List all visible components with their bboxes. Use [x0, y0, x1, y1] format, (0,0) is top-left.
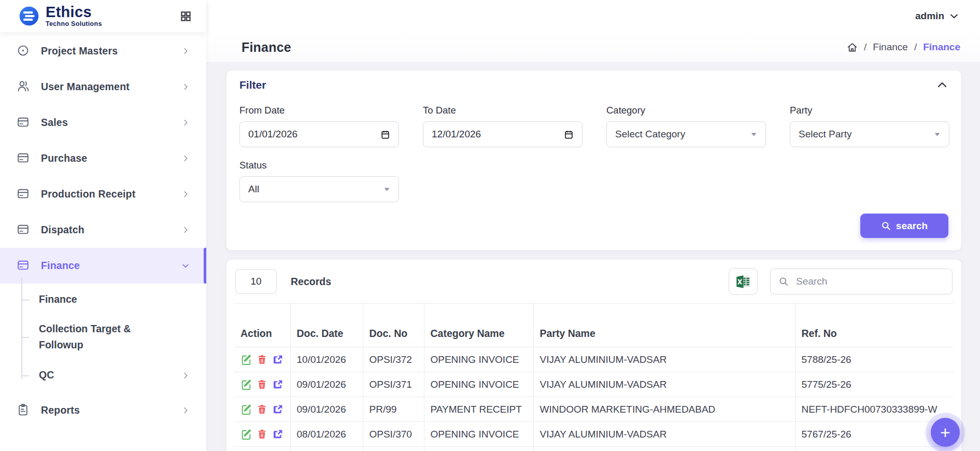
sidebar-subitem-label: Finance: [39, 291, 77, 307]
sidebar-subitem-collection-target-followup[interactable]: Collection Target & Followup: [0, 316, 206, 358]
category-label: Category: [606, 105, 766, 116]
sidebar-item-purchase[interactable]: Purchase: [0, 140, 206, 176]
category-select[interactable]: Select Category: [606, 121, 766, 147]
calendar-icon[interactable]: [380, 130, 390, 139]
sidebar-subitem-label: QC: [39, 367, 54, 383]
add-record-fab[interactable]: +: [931, 418, 960, 447]
chevron-right-icon: [181, 225, 191, 235]
user-menu-chevron-down-icon[interactable]: [949, 11, 959, 21]
page-size-input[interactable]: [235, 269, 277, 294]
home-icon[interactable]: [847, 42, 858, 53]
row-actions: [240, 354, 284, 365]
delete-icon[interactable]: [257, 404, 267, 415]
sidebar-item-user-management[interactable]: User Management: [0, 69, 206, 105]
cell-category: PAYMENT RECEIPT: [424, 397, 533, 422]
records-table: ActionDoc. DateDoc. NoCategory NameParty…: [234, 303, 954, 451]
share-icon[interactable]: [272, 379, 283, 390]
edit-icon[interactable]: [240, 354, 252, 365]
page-content: Filter From Date 01/01/2026: [206, 62, 980, 451]
table-search-box: [770, 269, 953, 294]
filter-title: Filter: [239, 79, 266, 91]
share-icon[interactable]: [272, 404, 283, 415]
sidebar-item-finance[interactable]: Finance: [0, 248, 206, 284]
delete-icon[interactable]: [257, 354, 267, 365]
table-row: [234, 447, 954, 451]
edit-icon[interactable]: [240, 429, 252, 440]
search-button-label: search: [896, 220, 928, 232]
card-icon: [17, 151, 31, 165]
cell-doc_no: OPSI/370: [363, 422, 424, 447]
breadcrumb-item-finance[interactable]: Finance: [873, 41, 908, 53]
party-field: Party Select Party: [790, 105, 949, 147]
sidebar-item-project-masters[interactable]: Project Masters: [0, 33, 206, 69]
category-field: Category Select Category: [606, 105, 766, 147]
row-actions: [240, 429, 284, 440]
menu-grid-icon[interactable]: [180, 10, 192, 22]
cell-category: OPENING INVOICE: [424, 347, 533, 372]
sidebar-item-production-receipt[interactable]: Production Receipt: [0, 176, 206, 212]
column-header: Category Name: [424, 304, 533, 347]
edit-icon[interactable]: [240, 379, 252, 390]
party-select[interactable]: Select Party: [790, 121, 949, 147]
records-toolbar: Records: [234, 268, 954, 295]
share-icon[interactable]: [272, 429, 283, 440]
caret-down-icon: [384, 187, 390, 192]
cell-party: VIJAY ALUMINIUM-VADSAR: [533, 422, 795, 447]
to-date-input[interactable]: 12/01/2026: [423, 121, 583, 147]
clipboard-icon: [17, 403, 31, 417]
records-panel: Records: [226, 260, 961, 451]
chevron-right-icon: [181, 189, 191, 199]
cell-doc_no: OPSI/372: [363, 347, 424, 372]
share-icon[interactable]: [272, 354, 283, 365]
card-icon: [17, 187, 31, 201]
cell-doc_date: [290, 447, 363, 451]
cell-ref_no: NEFT-HDFCH00730333899-W: [795, 397, 954, 422]
to-date-field: To Date 12/01/2026: [423, 105, 583, 147]
sidebar-item-sales[interactable]: Sales: [0, 105, 206, 140]
sidebar-subitem-qc[interactable]: QC: [0, 358, 206, 392]
card-icon: [17, 259, 31, 273]
sidebar-subitem-label: Collection Target & Followup: [39, 321, 174, 353]
sidebar-item-dispatch[interactable]: Dispatch: [0, 212, 206, 248]
chevron-right-icon: [181, 82, 191, 92]
sidebar-submenu-finance: FinanceCollection Target & FollowupQC: [0, 284, 206, 392]
status-field: Status All: [239, 160, 399, 202]
sidebar-item-label: Sales: [41, 117, 68, 129]
cell-ref_no: [795, 447, 954, 451]
card-icon: [17, 116, 31, 130]
search-icon: [881, 221, 891, 231]
cell-doc_no: [363, 447, 424, 451]
status-select[interactable]: All: [239, 176, 399, 202]
brand-wordmark: Ethics Techno Solutions: [46, 5, 102, 27]
plus-icon: +: [940, 424, 950, 441]
status-label: Status: [239, 160, 399, 171]
export-excel-button[interactable]: [729, 268, 758, 295]
caret-down-icon: [750, 132, 757, 137]
breadcrumb: / Finance / Finance: [847, 41, 960, 53]
user-menu-label[interactable]: admin: [915, 10, 944, 22]
collapse-chevron-up-icon[interactable]: [936, 79, 948, 91]
row-actions: [240, 404, 284, 415]
party-label: Party: [790, 105, 949, 116]
cell-ref_no: 5775/25-26: [795, 372, 954, 397]
category-value: Select Category: [615, 129, 685, 140]
sidebar-item-reports[interactable]: Reports: [0, 392, 206, 428]
caret-down-icon: [934, 132, 941, 137]
delete-icon[interactable]: [257, 379, 267, 390]
excel-icon: [735, 274, 751, 290]
row-actions: [240, 379, 284, 390]
calendar-icon[interactable]: [564, 130, 574, 139]
edit-icon[interactable]: [240, 404, 252, 415]
delete-icon[interactable]: [257, 429, 267, 440]
cell-doc_no: PR/99: [363, 397, 424, 422]
table-header-row: ActionDoc. DateDoc. NoCategory NameParty…: [234, 304, 954, 347]
sidebar-subitem-finance-sub[interactable]: Finance: [0, 284, 206, 316]
table-row: 08/01/2026OPSI/370OPENING INVOICEVIJAY A…: [234, 422, 954, 447]
sidebar-item-label: Finance: [41, 260, 80, 272]
target-icon: [17, 44, 31, 58]
breadcrumb-separator: /: [914, 41, 917, 53]
table-search-input[interactable]: [795, 275, 944, 288]
sidebar-item-label: Production Receipt: [41, 188, 135, 200]
from-date-input[interactable]: 01/01/2026: [239, 121, 399, 147]
search-button[interactable]: search: [860, 214, 948, 238]
